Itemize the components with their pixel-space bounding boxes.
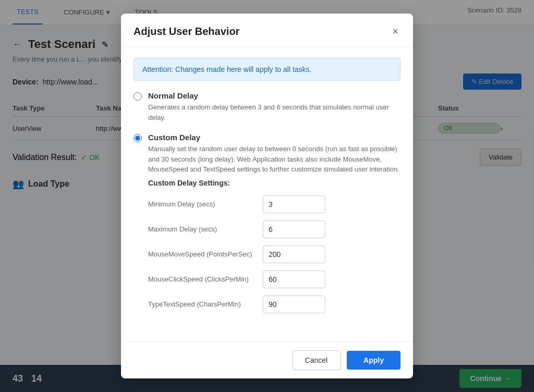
min-delay-label: Minimum Delay (secs) <box>148 200 263 208</box>
custom-delay-settings: Custom Delay Settings: Minimum Delay (se… <box>148 179 400 313</box>
min-delay-row: Minimum Delay (secs) <box>148 195 400 213</box>
modal-close-button[interactable]: × <box>390 24 400 39</box>
modal-title: Adjust User Behavior <box>134 26 239 38</box>
max-delay-row: Maximum Delay (secs) <box>148 220 400 238</box>
modal-footer: Cancel Apply <box>121 341 413 378</box>
modal-header: Adjust User Behavior × <box>121 14 413 47</box>
modal-body: Attention: Changes made here will apply … <box>121 47 413 341</box>
custom-delay-label: Custom Delay <box>148 133 400 142</box>
mouse-move-speed-row: MouseMoveSpeed (PointsPerSec) <box>148 246 400 263</box>
alert-banner: Attention: Changes made here will apply … <box>134 58 400 81</box>
max-delay-label: Maximum Delay (secs) <box>148 225 263 233</box>
type-text-speed-input[interactable] <box>263 296 325 313</box>
custom-delay-radio[interactable] <box>134 134 142 142</box>
cancel-button[interactable]: Cancel <box>292 350 341 370</box>
mouse-move-speed-input[interactable] <box>263 246 325 263</box>
normal-delay-radio[interactable] <box>134 92 142 101</box>
normal-delay-option: Normal Delay Generates a random delay be… <box>134 91 400 123</box>
custom-delay-option: Custom Delay Manually set the random use… <box>134 133 400 321</box>
normal-delay-description: Generates a random delay between 3 and 6… <box>148 102 400 123</box>
mouse-click-speed-label: MouseClickSpeed (ClicksPerMin) <box>148 275 263 283</box>
normal-delay-label: Normal Delay <box>148 91 400 100</box>
apply-button[interactable]: Apply <box>347 351 400 370</box>
mouse-click-speed-input[interactable] <box>263 271 325 288</box>
mouse-move-speed-label: MouseMoveSpeed (PointsPerSec) <box>148 250 263 258</box>
alert-text: Attention: Changes made here will apply … <box>142 65 312 74</box>
min-delay-input[interactable] <box>263 195 325 213</box>
mouse-click-speed-row: MouseClickSpeed (ClicksPerMin) <box>148 271 400 288</box>
max-delay-input[interactable] <box>263 220 325 238</box>
modal-overlay: Adjust User Behavior × Attention: Change… <box>0 0 534 392</box>
settings-title: Custom Delay Settings: <box>148 179 400 187</box>
type-text-speed-label: TypeTextSpeed (CharsPerMin) <box>148 300 263 308</box>
adjust-user-behavior-modal: Adjust User Behavior × Attention: Change… <box>121 14 413 378</box>
normal-delay-content: Normal Delay Generates a random delay be… <box>148 91 400 123</box>
custom-delay-description: Manually set the random user delay to be… <box>148 144 400 175</box>
custom-delay-content: Custom Delay Manually set the random use… <box>148 133 400 321</box>
type-text-speed-row: TypeTextSpeed (CharsPerMin) <box>148 296 400 313</box>
